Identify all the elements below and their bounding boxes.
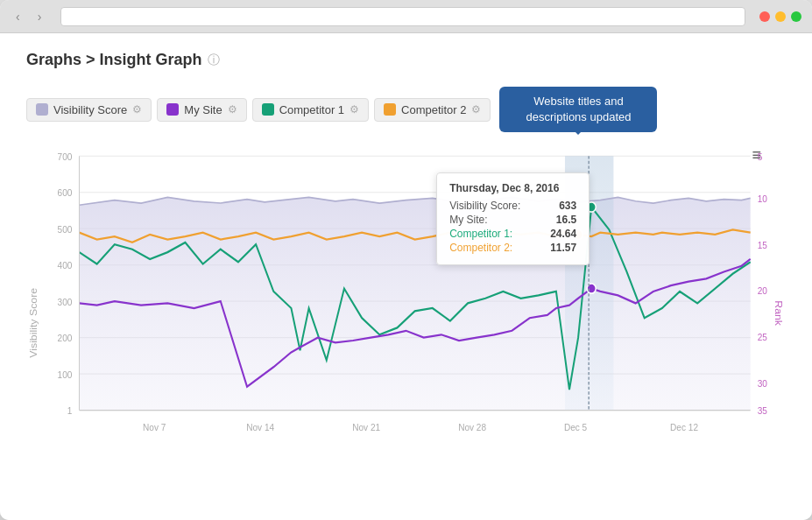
browser-window: ‹ › Graphs > Insight Graph ⓘ Visibility … [0, 0, 812, 520]
browser-titlebar: ‹ › [0, 0, 812, 33]
svg-text:Nov 7: Nov 7 [143, 422, 166, 433]
competitor2-label: Competitor 2 [401, 103, 466, 116]
traffic-lights [759, 11, 801, 22]
svg-text:1: 1 [67, 405, 73, 417]
breadcrumb: Graphs > Insight Graph ⓘ [26, 51, 786, 69]
svg-text:35: 35 [758, 405, 767, 417]
competitor1-label: Competitor 1 [279, 103, 344, 116]
close-button[interactable] [759, 11, 770, 22]
svg-text:Nov 14: Nov 14 [246, 422, 274, 433]
my-site-label: My Site [184, 103, 222, 116]
legend-tooltip-text: Website titles and descriptions updated [526, 95, 631, 123]
tooltip-mysite-row: My Site: 16.5 [449, 214, 576, 226]
page-content: Graphs > Insight Graph ⓘ Visibility Scor… [0, 33, 812, 520]
maximize-button[interactable] [791, 11, 801, 22]
svg-text:25: 25 [758, 332, 767, 343]
competitor1-gear-icon[interactable]: ⚙ [350, 103, 359, 116]
visibility-score-label: Visibility Score [53, 103, 127, 116]
svg-text:30: 30 [758, 378, 767, 390]
svg-text:15: 15 [758, 239, 767, 250]
svg-text:Nov 21: Nov 21 [352, 422, 380, 433]
tooltip-visibility-row: Visibility Score: 633 [449, 200, 576, 212]
competitor1-dot [262, 103, 274, 116]
tooltip-visibility-label: Visibility Score: [449, 200, 520, 212]
svg-text:Visibility Score: Visibility Score [28, 288, 39, 358]
legend-visibility-score[interactable]: Visibility Score ⚙ [26, 98, 152, 122]
address-bar[interactable] [60, 7, 745, 26]
tooltip-visibility-val: 633 [559, 200, 576, 212]
legend-tooltip: Website titles and descriptions updated [499, 87, 657, 132]
tooltip-mysite-val: 16.5 [556, 214, 576, 226]
legend-my-site[interactable]: My Site ⚙ [157, 98, 246, 122]
legend-bar: Visibility Score ⚙ My Site ⚙ Competitor … [26, 87, 786, 132]
svg-marker-29 [79, 198, 750, 411]
forward-button[interactable]: › [32, 8, 47, 25]
visibility-score-gear-icon[interactable]: ⚙ [132, 103, 142, 116]
svg-text:5: 5 [758, 151, 763, 163]
info-icon: ⓘ [208, 53, 220, 68]
tooltip-comp1-val: 24.64 [550, 228, 576, 240]
svg-text:100: 100 [58, 369, 73, 380]
legend-competitor1[interactable]: Competitor 1 ⚙ [252, 98, 369, 122]
svg-text:500: 500 [58, 224, 73, 235]
chart-container: ≡ [26, 146, 786, 470]
svg-text:Rank: Rank [773, 301, 784, 327]
my-site-dot [166, 103, 179, 116]
svg-text:10: 10 [758, 193, 767, 205]
chart-svg: 700 600 500 400 300 200 100 1 5 10 15 20… [26, 146, 786, 470]
chart-tooltip: Thursday, Dec 8, 2016 Visibility Score: … [436, 172, 590, 265]
my-site-gear-icon[interactable]: ⚙ [228, 103, 237, 116]
back-button[interactable]: ‹ [11, 8, 25, 25]
competitor2-dot [384, 103, 396, 116]
tooltip-date: Thursday, Dec 8, 2016 [449, 182, 576, 194]
tooltip-comp2-row: Competitor 2: 11.57 [449, 242, 576, 254]
tooltip-comp2-label: Competitor 2: [449, 242, 512, 254]
svg-text:400: 400 [58, 260, 73, 271]
svg-text:Dec 12: Dec 12 [670, 422, 698, 433]
svg-text:700: 700 [58, 151, 73, 163]
visibility-score-dot [36, 103, 48, 116]
svg-text:Dec 5: Dec 5 [564, 422, 587, 433]
svg-text:300: 300 [58, 296, 73, 307]
svg-text:200: 200 [58, 333, 73, 344]
tooltip-comp2-val: 11.57 [550, 242, 576, 254]
svg-text:600: 600 [58, 187, 73, 199]
competitor2-gear-icon[interactable]: ⚙ [471, 103, 481, 116]
minimize-button[interactable] [775, 11, 786, 22]
tooltip-mysite-label: My Site: [449, 214, 487, 226]
tooltip-comp1-row: Competitor 1: 24.64 [449, 228, 576, 240]
tooltip-comp1-label: Competitor 1: [449, 228, 512, 240]
breadcrumb-text: Graphs > Insight Graph [26, 51, 202, 69]
legend-competitor2[interactable]: Competitor 2 ⚙ [374, 98, 491, 122]
svg-text:Nov 28: Nov 28 [458, 422, 486, 433]
svg-text:20: 20 [758, 285, 767, 297]
